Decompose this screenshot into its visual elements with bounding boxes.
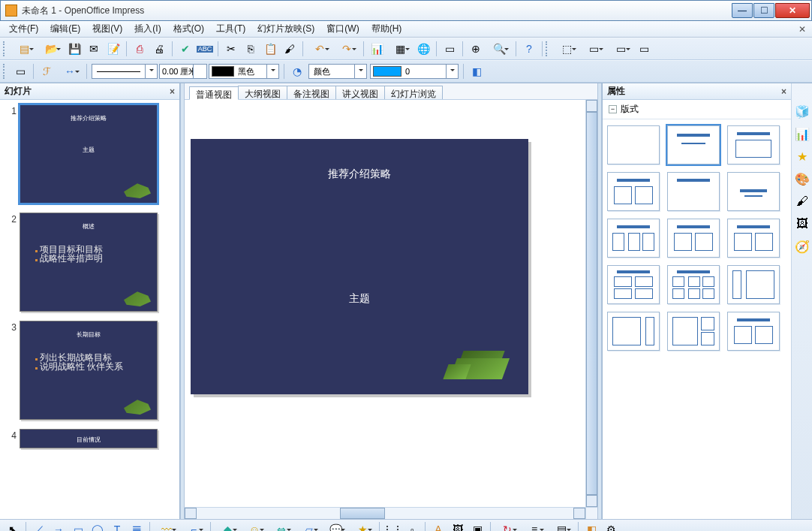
side-navigator-icon[interactable]: 🧭	[795, 240, 810, 255]
slide-design-button[interactable]: ▭	[581, 40, 606, 58]
autospell-button[interactable]: ABC	[196, 40, 214, 58]
zoom-button[interactable]: 🔍	[486, 40, 512, 58]
menu-help[interactable]: 帮助(H)	[365, 21, 408, 37]
expander-icon[interactable]: −	[609, 105, 617, 113]
align-tool[interactable]: ≡	[522, 521, 547, 531]
interaction-tool[interactable]: ⚙	[602, 521, 620, 531]
fill-type-select[interactable]: 颜色	[308, 64, 367, 79]
from-file-tool[interactable]: 🖼	[449, 521, 467, 531]
tab-handout[interactable]: 讲义视图	[335, 86, 385, 99]
window-close-button[interactable]	[775, 3, 810, 18]
layout-title-2box[interactable]	[727, 312, 780, 351]
new-button[interactable]: ▤	[11, 40, 37, 58]
styles-button[interactable]: ▭	[11, 62, 29, 80]
fill-color-select[interactable]: 0	[370, 64, 459, 79]
layout-blank[interactable]	[607, 125, 660, 164]
slide-stage[interactable]: 推荐介绍策略 主题	[191, 139, 528, 394]
slideshow-button[interactable]: ▭	[441, 40, 459, 58]
callouts-tool[interactable]: 💬	[323, 521, 348, 531]
presentation-button[interactable]: ▭	[635, 40, 653, 58]
slide-thumb-4[interactable]: 4 目前情况	[8, 429, 176, 448]
basic-shapes-tool[interactable]: ◆	[215, 521, 240, 531]
undo-button[interactable]: ↶	[307, 40, 332, 58]
chart-button[interactable]: 📊	[368, 40, 386, 58]
export-pdf-button[interactable]: ⎙	[131, 40, 149, 58]
layout-2col-b[interactable]	[667, 219, 720, 258]
layout-centered[interactable]	[727, 172, 780, 211]
arrow-tool[interactable]: →	[50, 521, 68, 531]
edit-file-button[interactable]: 📝	[104, 40, 122, 58]
gallery-tool[interactable]: ▣	[468, 521, 486, 531]
layout-2col-alt[interactable]	[727, 219, 780, 258]
cut-button[interactable]: ✂	[222, 40, 240, 58]
redo-button[interactable]: ↷	[334, 40, 359, 58]
navigator-button[interactable]: ⊕	[467, 40, 485, 58]
tab-normal[interactable]: 普通视图	[189, 86, 239, 100]
tab-outline[interactable]: 大纲视图	[238, 86, 287, 99]
side-masterpages-icon[interactable]: 📊	[795, 127, 810, 142]
stage-subtitle[interactable]: 主题	[191, 292, 528, 306]
line-width-value[interactable]	[160, 67, 193, 76]
tab-notes[interactable]: 备注视图	[287, 86, 336, 99]
menu-tools[interactable]: 工具(T)	[210, 21, 251, 37]
shadow-button[interactable]: ◧	[468, 62, 486, 80]
layout-right-big[interactable]	[607, 312, 660, 351]
horizontal-scrollbar[interactable]	[185, 507, 585, 519]
side-properties-icon[interactable]: 🧊	[795, 104, 810, 119]
fontwork-gallery-tool[interactable]: A	[429, 521, 447, 531]
slide-thumb-1[interactable]: 1 推荐介绍策略 主题	[8, 104, 176, 204]
stage-title[interactable]: 推荐介绍策略	[191, 167, 528, 181]
line-width-input[interactable]	[159, 64, 207, 79]
symbol-shapes-tool[interactable]: ☺	[242, 521, 267, 531]
toolbar-grip[interactable]	[546, 41, 550, 56]
line-color-select[interactable]: 黑色	[209, 64, 279, 79]
window-minimize-button[interactable]	[732, 3, 753, 18]
side-gallery-icon[interactable]: 🖼	[795, 217, 810, 232]
side-transition-icon[interactable]: 🎨	[795, 172, 810, 187]
menu-view[interactable]: 视图(V)	[86, 21, 128, 37]
document-close-icon[interactable]: ✕	[795, 24, 809, 35]
slides-panel-close-icon[interactable]: ×	[170, 86, 175, 97]
print-button[interactable]: 🖨	[150, 40, 168, 58]
vertical-scrollbar[interactable]	[585, 100, 597, 507]
side-animation-icon[interactable]: ★	[795, 149, 810, 164]
save-button[interactable]: 💾	[65, 40, 83, 58]
fontwork-button[interactable]: ℱ	[38, 62, 56, 80]
flowchart-tool[interactable]: ▱	[296, 521, 321, 531]
layout-4box[interactable]	[607, 265, 660, 304]
menu-window[interactable]: 窗口(W)	[320, 21, 365, 37]
text-tool[interactable]: T	[108, 521, 126, 531]
block-arrows-tool[interactable]: ⇔	[269, 521, 294, 531]
properties-close-icon[interactable]: ×	[781, 86, 786, 97]
layout-left-big[interactable]	[727, 265, 780, 304]
menu-file[interactable]: 文件(F)	[3, 21, 44, 37]
layout-3col[interactable]	[607, 219, 660, 258]
insert-slide-button[interactable]: ⬚	[554, 40, 579, 58]
layout-title-content[interactable]	[727, 125, 780, 164]
toolbar-grip[interactable]	[3, 41, 8, 56]
spellcheck-button[interactable]: ✔	[176, 40, 194, 58]
format-paintbrush-button[interactable]: 🖌	[281, 40, 299, 58]
glue-tool[interactable]: ◦	[403, 521, 421, 531]
stars-tool[interactable]: ★	[350, 521, 375, 531]
toolbar-grip[interactable]	[3, 64, 8, 79]
menu-format[interactable]: 格式(O)	[167, 21, 210, 37]
layout-title-only[interactable]	[667, 172, 720, 211]
open-button[interactable]: 📂	[38, 40, 64, 58]
slide-layout-button[interactable]: ▭	[608, 40, 633, 58]
rotate-tool[interactable]: ↻	[495, 521, 520, 531]
select-tool[interactable]: ⬉	[4, 521, 22, 531]
email-button[interactable]: ✉	[85, 40, 103, 58]
line-tool[interactable]: ／	[30, 521, 48, 531]
layout-two-content[interactable]	[607, 172, 660, 211]
menu-insert[interactable]: 插入(I)	[128, 21, 167, 37]
line-style-select[interactable]	[92, 64, 158, 79]
table-button[interactable]: ▦	[387, 40, 413, 58]
hyperlink-button[interactable]: 🌐	[414, 40, 432, 58]
points-tool[interactable]: ⋮⋮	[383, 521, 401, 531]
window-maximize-button[interactable]	[753, 3, 774, 18]
edit-viewport[interactable]: 推荐介绍策略 主题	[185, 100, 597, 519]
ellipse-tool[interactable]: ◯	[89, 521, 107, 531]
copy-button[interactable]: ⎘	[242, 40, 260, 58]
side-styles-icon[interactable]: 🖌	[795, 195, 810, 210]
